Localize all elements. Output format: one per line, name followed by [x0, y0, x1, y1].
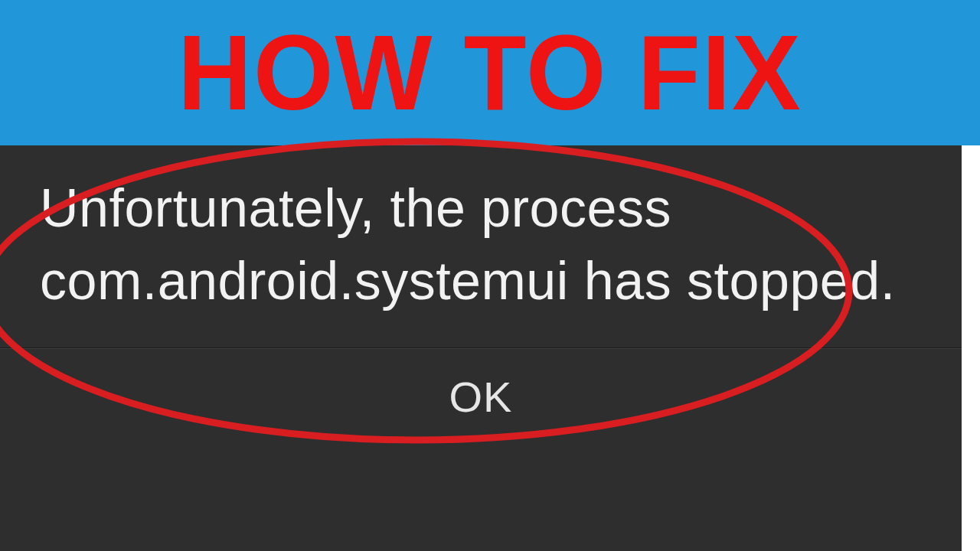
dialog-message: Unfortunately, the process com.android.s…	[0, 145, 962, 347]
banner: HOW TO FIX	[0, 0, 980, 145]
error-dialog: Unfortunately, the process com.android.s…	[0, 145, 962, 551]
ok-button[interactable]: OK	[0, 349, 962, 452]
dialog-area: Unfortunately, the process com.android.s…	[0, 145, 980, 551]
banner-title: HOW TO FIX	[178, 19, 802, 126]
